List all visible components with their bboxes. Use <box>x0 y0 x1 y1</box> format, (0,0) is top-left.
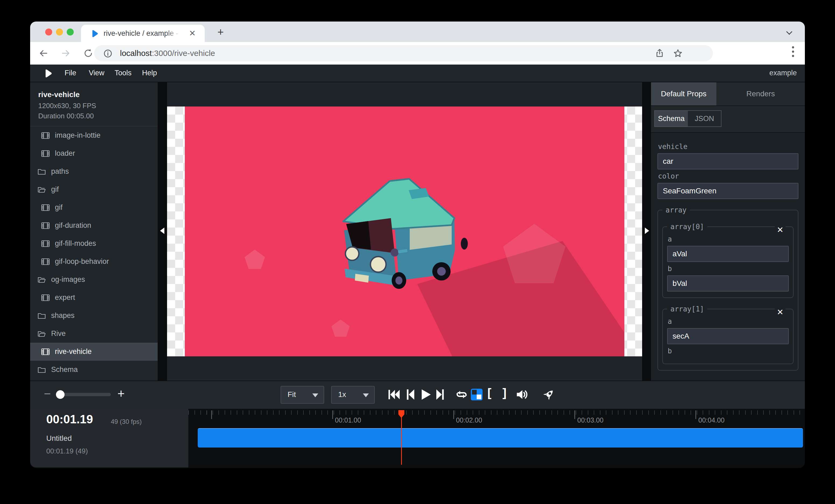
remove-array-item-0-icon[interactable]: ✕ <box>775 225 786 234</box>
playhead-line[interactable] <box>401 411 402 465</box>
timeline-track-bar[interactable] <box>198 428 803 447</box>
previous-frame-button[interactable] <box>405 388 418 401</box>
composition-list: image-in-lottie loader paths gif gif <box>30 126 158 379</box>
film-icon <box>41 239 50 248</box>
toggle-schema[interactable]: Schema <box>655 111 688 126</box>
sidebar-item-gif-loop-behavior[interactable]: gif-loop-behavior <box>30 253 158 271</box>
volume-icon[interactable] <box>516 388 529 401</box>
new-tab-button[interactable]: + <box>216 27 225 37</box>
sidebar-item-loader[interactable]: loader <box>30 144 158 163</box>
composition-resolution: 1200x630, 30 FPS <box>38 102 96 110</box>
site-info-icon[interactable] <box>103 49 113 58</box>
tab-close-icon[interactable]: ✕ <box>187 28 197 38</box>
a-input[interactable]: aVal <box>667 246 789 262</box>
collapse-right-icon[interactable] <box>645 228 649 234</box>
in-point-button[interactable]: [ <box>487 386 491 399</box>
browser-tab[interactable]: rive-vehicle / example - Remoti ✕ <box>81 25 205 42</box>
player-controls: − + Fit 1x <box>30 381 805 409</box>
zoom-slider-thumb[interactable] <box>56 390 65 399</box>
remotion-logo-icon[interactable] <box>43 68 53 79</box>
item-label: og-images <box>51 275 85 284</box>
zoom-out-button[interactable]: − <box>42 388 53 399</box>
transparency-checkerboard-toggle[interactable] <box>470 388 483 401</box>
tab-default-props[interactable]: Default Props <box>651 82 716 105</box>
url-path: :3000/rive-vehicle <box>152 49 215 58</box>
composition-info: rive-vehicle 1200x630, 30 FPS Duration 0… <box>30 82 158 126</box>
address-bar[interactable]: localhost:3000/rive-vehicle <box>94 45 713 61</box>
sidebar-folder-rive[interactable]: Rive <box>30 324 158 343</box>
array-fieldset: array array[0] ✕ a aVal b bVal array[1] … <box>657 206 798 371</box>
b-input[interactable]: bVal <box>667 275 789 292</box>
sidebar-folder-og-images[interactable]: og-images <box>30 271 158 289</box>
speed-select-value: 1x <box>338 390 346 399</box>
right-collapse-gutter[interactable] <box>642 82 651 381</box>
array-item-1: array[1] ✕ a secA b <box>662 305 794 364</box>
vehicle-label: vehicle <box>658 143 798 151</box>
a-input[interactable]: secA <box>667 328 789 344</box>
reload-icon[interactable] <box>83 48 94 59</box>
browser-tab-strip: rive-vehicle / example - Remoti ✕ + <box>30 22 805 42</box>
menu-tools[interactable]: Tools <box>115 69 131 77</box>
next-frame-button[interactable] <box>433 388 446 401</box>
left-collapse-gutter[interactable] <box>158 82 167 381</box>
sidebar-item-rive-vehicle[interactable]: rive-vehicle <box>30 343 158 361</box>
track-name[interactable]: Untitled <box>46 434 72 443</box>
remotion-favicon <box>90 29 99 38</box>
sidebar-folder-paths[interactable]: paths <box>30 163 158 181</box>
out-point-button[interactable]: ] <box>503 386 507 399</box>
timeline: 00:01.00 00:02.00 00:03.00 00:04.00 00:0… <box>30 409 805 468</box>
sidebar-item-gif-fill-modes[interactable]: gif-fill-modes <box>30 234 158 253</box>
sidebar-folder-schema[interactable]: Schema <box>30 361 158 379</box>
collapse-left-icon[interactable] <box>160 228 164 234</box>
back-icon[interactable] <box>38 48 49 59</box>
sidebar-item-image-in-lottie[interactable]: image-in-lottie <box>30 126 158 144</box>
browser-menu-icon[interactable] <box>792 46 794 59</box>
tab-renders[interactable]: Renders <box>716 82 805 105</box>
array-item-0: array[0] ✕ a aVal b bVal <box>662 223 794 298</box>
speed-select[interactable]: 1x <box>331 386 375 404</box>
chevron-down-icon <box>363 394 369 397</box>
zoom-in-button[interactable]: + <box>116 388 126 399</box>
sidebar-folder-shapes[interactable]: shapes <box>30 307 158 324</box>
sidebar-item-gif-duration[interactable]: gif-duration <box>30 216 158 234</box>
menu-file[interactable]: File <box>65 69 76 77</box>
browser-window: rive-vehicle / example - Remoti ✕ + loca… <box>30 22 805 468</box>
jump-to-start-button[interactable] <box>388 388 401 401</box>
film-icon <box>41 203 50 212</box>
menu-help[interactable]: Help <box>142 69 157 77</box>
fit-select[interactable]: Fit <box>281 386 324 404</box>
tab-search-chevron-icon[interactable] <box>786 29 793 35</box>
sidebar-item-gif[interactable]: gif <box>30 198 158 216</box>
forward-icon[interactable] <box>60 48 71 59</box>
traffic-zoom-button[interactable] <box>67 28 74 36</box>
sidebar-item-expert[interactable]: expert <box>30 289 158 307</box>
vehicle-input[interactable]: car <box>657 153 798 169</box>
sidebar-folder-gif[interactable]: gif <box>30 181 158 198</box>
render-rocket-icon[interactable] <box>542 388 555 401</box>
color-label: color <box>658 172 798 180</box>
traffic-minimize-button[interactable] <box>56 28 63 36</box>
play-button[interactable] <box>419 388 432 401</box>
url-host: localhost <box>120 49 152 58</box>
zoom-slider[interactable] <box>57 393 111 396</box>
playhead-marker[interactable] <box>398 410 405 419</box>
share-icon[interactable] <box>655 48 665 58</box>
folder-closed-icon <box>37 167 46 176</box>
menu-view[interactable]: View <box>89 69 104 77</box>
a-label: a <box>668 317 789 326</box>
project-name-label: example <box>769 69 797 77</box>
toggle-json[interactable]: JSON <box>688 111 721 126</box>
composition-title: rive-vehicle <box>38 90 80 99</box>
item-label: gif <box>51 185 59 194</box>
preview-viewport <box>158 82 651 381</box>
folder-closed-icon <box>37 365 46 374</box>
bookmark-star-icon[interactable] <box>673 48 683 58</box>
item-label: Schema <box>51 365 78 374</box>
traffic-close-button[interactable] <box>45 28 52 36</box>
timeline-tracks-area[interactable]: 00:01.00 00:02.00 00:03.00 00:04.00 <box>188 409 805 468</box>
color-input[interactable]: SeaFoamGreen <box>657 183 798 199</box>
compositions-sidebar: rive-vehicle 1200x630, 30 FPS Duration 0… <box>30 82 158 381</box>
loop-toggle-icon[interactable] <box>455 388 468 401</box>
composition-canvas[interactable] <box>167 106 642 356</box>
remove-array-item-1-icon[interactable]: ✕ <box>775 308 786 317</box>
